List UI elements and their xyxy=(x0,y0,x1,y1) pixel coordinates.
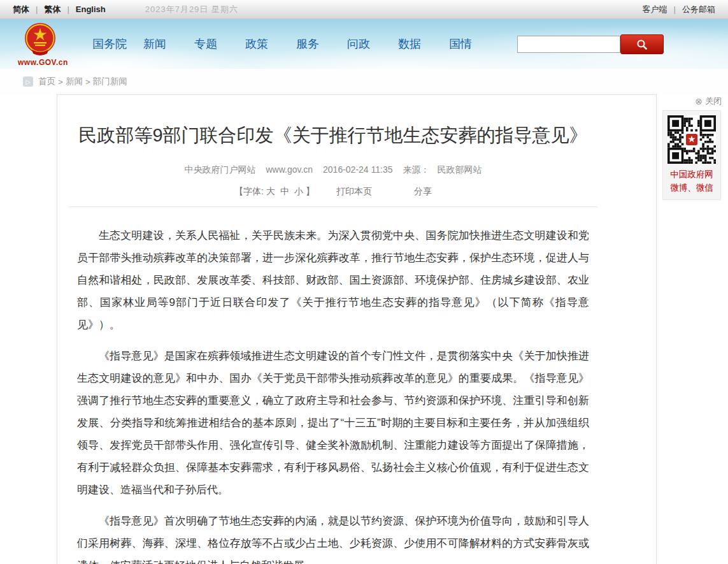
close-icon: ⊗ xyxy=(695,96,703,106)
article-card: 民政部等9部门联合印发《关于推行节地生态安葬的指导意见》 中央政府门户网站 ww… xyxy=(57,94,657,564)
breadcrumb-separator: > xyxy=(85,77,90,87)
search-input[interactable] xyxy=(517,36,620,53)
qr-caption-line2: 微博、微信 xyxy=(666,181,718,194)
article-meta: 中央政府门户网站 www.gov.cn 2016-02-24 11:35 来源：… xyxy=(69,164,597,176)
article-paragraph: 《指导意见》首次明确了节地生态安葬的内涵，就是以节约资源、保护环境为价值导向，鼓… xyxy=(77,510,589,564)
breadcrumb-home[interactable]: 首页 xyxy=(38,76,55,87)
article-paragraph: 《指导意见》是国家在殡葬领域推进生态文明建设的首个专门性文件，是贯彻落实中央《关… xyxy=(77,345,589,501)
font-size-medium[interactable]: 中 xyxy=(280,186,289,198)
qr-box: 中国政府网 微博、微信 xyxy=(662,110,721,200)
nav-services[interactable]: 服务 xyxy=(296,36,347,52)
breadcrumb-dept-news[interactable]: 部门新闻 xyxy=(93,76,127,87)
qr-close-button[interactable]: ⊗ 关闭 xyxy=(659,96,723,107)
separator: | xyxy=(674,4,676,14)
breadcrumb: ▷ 首页 > 新闻 > 部门新闻 xyxy=(0,69,728,94)
separator: | xyxy=(67,4,69,14)
gov-logo[interactable]: www.GOV.cn xyxy=(18,22,62,67)
breadcrumb-separator: > xyxy=(58,77,63,87)
separator: | xyxy=(36,4,38,14)
print-page-button[interactable]: 打印本页 xyxy=(336,186,372,198)
share-button[interactable]: 分享 xyxy=(414,186,432,198)
meta-url: www.gov.cn xyxy=(266,164,313,175)
breadcrumb-news[interactable]: 新闻 xyxy=(66,76,83,87)
official-mail-link[interactable]: 公务邮箱 xyxy=(682,4,715,15)
client-app-link[interactable]: 客户端 xyxy=(643,4,667,15)
nav-data[interactable]: 数据 xyxy=(398,36,449,52)
topbar-right-links: 客户端 | 公务邮箱 xyxy=(643,4,715,15)
font-size-large[interactable]: 大 xyxy=(266,186,275,198)
nav-news[interactable]: 新闻 xyxy=(143,36,194,52)
lang-traditional[interactable]: 繁体 xyxy=(44,4,61,15)
qr-close-label: 关闭 xyxy=(705,96,722,107)
meta-site: 中央政府门户网站 xyxy=(185,164,256,175)
site-search xyxy=(517,34,664,54)
breadcrumb-home-icon: ▷ xyxy=(23,76,33,87)
qr-caption: 中国政府网 微博、微信 xyxy=(666,168,718,194)
qr-widget: ⊗ 关闭 中国政府网 微博、微信 xyxy=(659,96,723,200)
font-size-open: 【字体: xyxy=(234,186,264,198)
nav-interaction[interactable]: 问政 xyxy=(347,36,398,52)
logo-url-text: www.GOV.cn xyxy=(18,58,62,67)
meta-datetime: 2016-02-24 11:35 xyxy=(323,164,393,175)
language-switcher: 简体 | 繁体 | English xyxy=(13,4,106,15)
font-size-close: 】 xyxy=(306,186,315,198)
nav-topics[interactable]: 专题 xyxy=(194,36,245,52)
search-button[interactable] xyxy=(620,34,664,54)
article-body: 生态文明建设，关系人民福祉，关乎民族未来。为深入贯彻党中央、国务院加快推进生态文… xyxy=(69,207,597,564)
main-navigation: 国务院 新闻 专题 政策 服务 问政 数据 国情 xyxy=(92,19,500,69)
meta-source-label: 来源： xyxy=(403,164,429,175)
article-title: 民政部等9部门联合印发《关于推行节地生态安葬的指导意见》 xyxy=(69,115,597,155)
qr-code xyxy=(667,115,716,164)
search-icon xyxy=(636,39,648,50)
article-paragraph: 生态文明建设，关系人民福祉，关乎民族未来。为深入贯彻党中央、国务院加快推进生态文… xyxy=(77,224,589,336)
nav-policies[interactable]: 政策 xyxy=(245,36,296,52)
article-column: 民政部等9部门联合印发《关于推行节地生态安葬的指导意见》 中央政府门户网站 ww… xyxy=(69,115,597,564)
qr-caption-line1: 中国政府网 xyxy=(666,168,718,181)
current-date: 2023年7月29日 星期六 xyxy=(145,4,238,15)
nav-state-council[interactable]: 国务院 xyxy=(92,36,143,52)
top-utility-bar: 简体 | 繁体 | English 2023年7月29日 星期六 客户端 | 公… xyxy=(0,0,728,19)
lang-simplified[interactable]: 简体 xyxy=(13,4,29,15)
national-emblem-icon xyxy=(23,22,57,57)
nav-about-china[interactable]: 国情 xyxy=(449,36,500,52)
lang-english[interactable]: English xyxy=(76,4,106,14)
meta-source: 民政部网站 xyxy=(437,164,482,175)
font-size-small[interactable]: 小 xyxy=(294,186,303,198)
article-tools: 【字体: 大 中 小 】 打印本页 分享 xyxy=(69,186,597,198)
site-header: www.GOV.cn 国务院 新闻 专题 政策 服务 问政 数据 国情 xyxy=(0,19,728,69)
